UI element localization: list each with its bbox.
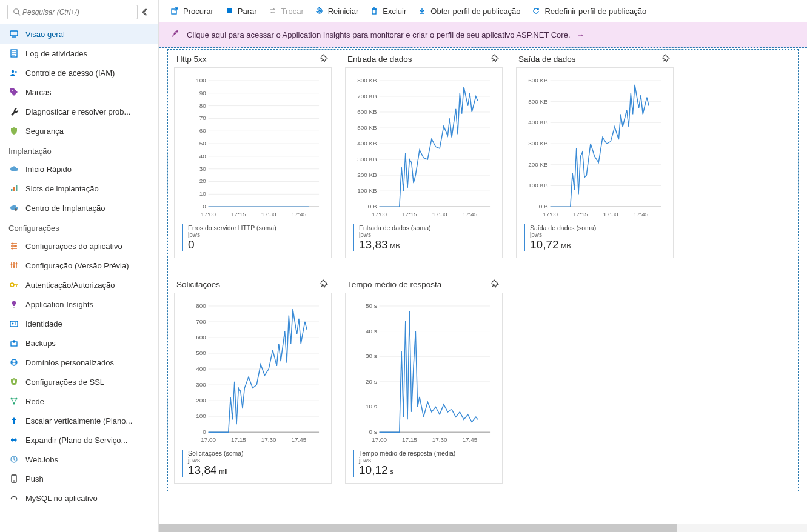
sidebar-item-tags[interactable]: Marcas	[0, 82, 158, 102]
sidebar-item-mysql[interactable]: MySQL no aplicativo	[0, 488, 158, 508]
metric-tile[interactable]: 0 B100 KB200 KB300 KB400 KB500 KB600 KB7…	[345, 67, 503, 258]
sidebar-item-label: Expandir (Plano do Serviço...	[25, 436, 127, 445]
svg-point-46	[16, 499, 17, 500]
sidebar-item-ssl[interactable]: Configurações de SSL	[0, 372, 158, 391]
sidebar-item-label: Identidade	[25, 319, 62, 328]
app-insights-banner[interactable]: Clique aqui para acessar o Application I…	[159, 22, 807, 48]
sidebar-item-label: MySQL no aplicativo	[25, 494, 98, 503]
svg-text:600 KB: 600 KB	[357, 108, 377, 115]
metric-unit: s	[390, 468, 393, 475]
sidebar-item-label: Controle de acesso (IAM)	[25, 68, 115, 78]
sidebar-item-slots[interactable]: Slots de implantação	[0, 179, 158, 198]
sidebar-item-label: WebJobs	[25, 455, 58, 464]
metric-tile[interactable]: 010020030040050060070080017:0017:1517:30…	[174, 293, 332, 484]
collapse-sidebar-button[interactable]	[140, 7, 151, 18]
sidebar-item-app-settings[interactable]: Configurações do aplicativo	[0, 236, 158, 256]
sidebar-item-push[interactable]: Push	[0, 469, 158, 488]
search-input[interactable]	[22, 8, 133, 16]
svg-text:0 B: 0 B	[539, 203, 548, 210]
svg-text:600 KB: 600 KB	[528, 77, 548, 84]
svg-line-125	[321, 285, 323, 287]
sidebar-item-label: Rede	[25, 397, 44, 406]
stop-button[interactable]: Parar	[224, 6, 257, 16]
sidebar-item-app-insights[interactable]: Application Insights	[0, 294, 158, 314]
sidebar-item-label: Diagnosticar e resolver prob...	[25, 107, 130, 116]
tile-title: Tempo médio de resposta	[347, 280, 441, 289]
sidebar-item-scale-out[interactable]: Expandir (Plano do Serviço...	[0, 430, 158, 450]
sidebar-item-diagnose[interactable]: Diagnosticar e resolver prob...	[0, 102, 158, 121]
sidebar-item-network[interactable]: Rede	[0, 391, 158, 411]
sidebar-item-config-preview[interactable]: Configuração (Versão Prévia)	[0, 256, 158, 275]
webjobs-icon	[8, 454, 19, 465]
sidebar-item-webjobs[interactable]: WebJobs	[0, 450, 158, 469]
pin-button[interactable]	[491, 53, 500, 65]
svg-text:17:15: 17:15	[231, 211, 246, 218]
sidebar-item-security[interactable]: Segurança	[0, 121, 158, 141]
metric-value: 10,12	[359, 464, 388, 476]
svg-text:0: 0	[203, 203, 206, 210]
metric-tile[interactable]: 0 s10 s20 s30 s40 s50 s17:0017:1517:3017…	[345, 293, 503, 484]
sidebar-item-auth[interactable]: Autenticação/Autorização	[0, 275, 158, 294]
svg-rect-30	[13, 307, 15, 308]
toolbar-button-label: Trocar	[281, 7, 304, 16]
metric-resource: jpws	[188, 231, 324, 238]
svg-text:17:00: 17:00	[372, 436, 387, 443]
metric-tile[interactable]: 010203040506070809010017:0017:1517:3017:…	[174, 67, 332, 258]
svg-text:90: 90	[199, 90, 207, 96]
sidebar-item-label: Início Rápido	[25, 165, 72, 174]
tile-column: Solicitações 010020030040050060070080017…	[174, 275, 332, 484]
search-box[interactable]	[7, 5, 138, 19]
restart-button[interactable]: Reiniciar	[315, 6, 359, 16]
svg-text:17:30: 17:30	[432, 211, 447, 218]
sidebar-item-quickstart[interactable]: Início Rápido	[0, 159, 158, 179]
svg-text:70: 70	[199, 115, 207, 121]
sidebar-item-backups[interactable]: Backups	[0, 333, 158, 353]
svg-text:0: 0	[203, 428, 206, 435]
swap-icon	[268, 6, 278, 16]
ssl-shield-icon	[8, 376, 19, 387]
scale-up-icon	[8, 415, 19, 426]
banner-text: Clique aqui para acessar o Application I…	[187, 30, 571, 39]
svg-point-10	[12, 90, 13, 91]
delete-button[interactable]: Excluir	[369, 6, 406, 16]
horizontal-scrollbar[interactable]	[159, 524, 807, 532]
sidebar-item-overview[interactable]: Visão geral	[0, 24, 158, 44]
sidebar-item-iam[interactable]: Controle de acesso (IAM)	[0, 63, 158, 82]
sidebar-item-label: Visão geral	[25, 30, 65, 39]
sidebar-item-identity[interactable]: Identidade	[0, 314, 158, 333]
svg-text:200: 200	[196, 397, 206, 404]
dashboard-content: Http 5xx 010203040506070809010017:0017:1…	[159, 48, 807, 524]
metric-value: 0	[188, 238, 195, 251]
chart: 0 s10 s20 s30 s40 s50 s17:0017:1517:3017…	[353, 301, 495, 446]
svg-line-1	[18, 13, 21, 16]
svg-point-14	[15, 208, 17, 211]
browse-button[interactable]: Procurar	[170, 6, 213, 16]
reset-profile-button[interactable]: Redefinir perfil de publicação	[531, 6, 646, 16]
pin-button[interactable]	[661, 53, 671, 65]
push-icon	[8, 473, 19, 484]
pin-button[interactable]	[320, 279, 329, 290]
key-icon	[8, 279, 19, 290]
metric-tile[interactable]: 0 B100 KB200 KB300 KB400 KB500 KB600 KB1…	[516, 67, 674, 258]
sliders2-icon	[8, 260, 19, 271]
svg-rect-48	[227, 8, 232, 13]
chart: 010203040506070809010017:0017:1517:3017:…	[182, 75, 324, 221]
svg-text:700: 700	[196, 318, 206, 325]
pin-button[interactable]	[320, 53, 329, 65]
sidebar-item-deploy-center[interactable]: Centro de Implantação	[0, 198, 158, 218]
svg-text:17:30: 17:30	[603, 211, 618, 218]
svg-text:400 KB: 400 KB	[528, 119, 548, 125]
metric-name: Saída de dados (soma)	[530, 224, 666, 231]
sidebar-item-label: Configuração (Versão Prévia)	[25, 261, 129, 270]
sidebar-item-domains[interactable]: Domínios personalizados	[0, 353, 158, 372]
toolbar-button-label: Parar	[238, 7, 257, 16]
get-profile-button[interactable]: Obter perfil de publicação	[417, 6, 520, 16]
sidebar-item-scale-up[interactable]: Escalar verticalmente (Plano...	[0, 411, 158, 430]
pin-button[interactable]	[491, 279, 500, 290]
svg-text:17:30: 17:30	[261, 436, 276, 443]
metric-resource: jpws	[359, 457, 495, 464]
tile-title: Saída de dados	[518, 55, 576, 64]
sidebar-item-activity-log[interactable]: Log de atividades	[0, 44, 158, 63]
sidebar-item-label: Autenticação/Autorização	[25, 281, 115, 290]
sidebar-item-label: Marcas	[25, 88, 52, 97]
